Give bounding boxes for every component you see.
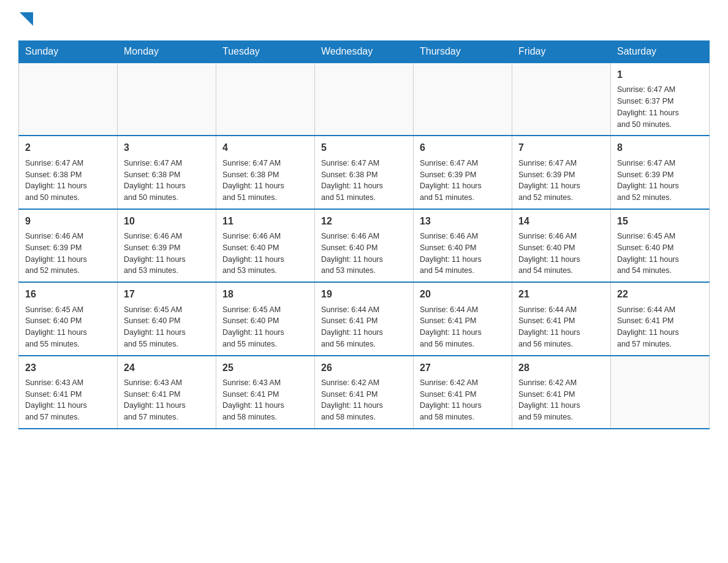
day-number: 28 bbox=[518, 361, 604, 375]
day-info: Sunrise: 6:43 AM Sunset: 6:41 PM Dayligh… bbox=[222, 377, 308, 423]
day-info: Sunrise: 6:43 AM Sunset: 6:41 PM Dayligh… bbox=[124, 377, 210, 423]
day-info: Sunrise: 6:42 AM Sunset: 6:41 PM Dayligh… bbox=[518, 377, 604, 423]
calendar-cell: 16Sunrise: 6:45 AM Sunset: 6:40 PM Dayli… bbox=[19, 282, 118, 355]
day-info: Sunrise: 6:42 AM Sunset: 6:41 PM Dayligh… bbox=[321, 377, 407, 423]
calendar-cell: 9Sunrise: 6:46 AM Sunset: 6:39 PM Daylig… bbox=[19, 209, 118, 282]
calendar-cell: 20Sunrise: 6:44 AM Sunset: 6:41 PM Dayli… bbox=[414, 282, 512, 355]
calendar-cell: 27Sunrise: 6:42 AM Sunset: 6:41 PM Dayli… bbox=[414, 356, 512, 429]
calendar-cell: 7Sunrise: 6:47 AM Sunset: 6:39 PM Daylig… bbox=[512, 136, 611, 209]
calendar-cell: 24Sunrise: 6:43 AM Sunset: 6:41 PM Dayli… bbox=[118, 356, 216, 429]
day-info: Sunrise: 6:45 AM Sunset: 6:40 PM Dayligh… bbox=[617, 231, 703, 277]
logo-triangle-icon bbox=[20, 12, 33, 26]
calendar-cell: 12Sunrise: 6:46 AM Sunset: 6:40 PM Dayli… bbox=[315, 209, 414, 282]
calendar-cell: 4Sunrise: 6:47 AM Sunset: 6:38 PM Daylig… bbox=[216, 136, 315, 209]
calendar-week-2: 2Sunrise: 6:47 AM Sunset: 6:38 PM Daylig… bbox=[19, 136, 710, 209]
calendar-cell bbox=[414, 63, 512, 136]
day-number: 19 bbox=[321, 288, 407, 301]
calendar-cell: 5Sunrise: 6:47 AM Sunset: 6:38 PM Daylig… bbox=[315, 136, 414, 209]
day-number: 3 bbox=[124, 141, 210, 155]
day-number: 20 bbox=[420, 288, 506, 301]
day-number: 4 bbox=[222, 141, 308, 155]
calendar-cell: 11Sunrise: 6:46 AM Sunset: 6:40 PM Dayli… bbox=[216, 209, 315, 282]
day-number: 15 bbox=[617, 215, 703, 228]
day-info: Sunrise: 6:46 AM Sunset: 6:39 PM Dayligh… bbox=[25, 231, 111, 277]
logo bbox=[18, 12, 33, 28]
day-number: 24 bbox=[124, 361, 210, 375]
calendar-cell: 23Sunrise: 6:43 AM Sunset: 6:41 PM Dayli… bbox=[19, 356, 118, 429]
day-number: 26 bbox=[321, 361, 407, 375]
day-number: 12 bbox=[321, 215, 407, 228]
day-info: Sunrise: 6:47 AM Sunset: 6:38 PM Dayligh… bbox=[321, 158, 407, 204]
day-info: Sunrise: 6:44 AM Sunset: 6:41 PM Dayligh… bbox=[617, 304, 703, 350]
day-info: Sunrise: 6:46 AM Sunset: 6:40 PM Dayligh… bbox=[420, 231, 506, 277]
calendar-cell: 22Sunrise: 6:44 AM Sunset: 6:41 PM Dayli… bbox=[611, 282, 710, 355]
calendar-week-1: 1Sunrise: 6:47 AM Sunset: 6:37 PM Daylig… bbox=[19, 63, 710, 136]
calendar-header-row: SundayMondayTuesdayWednesdayThursdayFrid… bbox=[19, 41, 710, 63]
day-info: Sunrise: 6:43 AM Sunset: 6:41 PM Dayligh… bbox=[25, 377, 111, 423]
calendar-cell: 13Sunrise: 6:46 AM Sunset: 6:40 PM Dayli… bbox=[414, 209, 512, 282]
day-number: 9 bbox=[25, 215, 111, 228]
calendar-cell: 21Sunrise: 6:44 AM Sunset: 6:41 PM Dayli… bbox=[512, 282, 611, 355]
day-info: Sunrise: 6:47 AM Sunset: 6:38 PM Dayligh… bbox=[25, 158, 111, 204]
day-info: Sunrise: 6:47 AM Sunset: 6:39 PM Dayligh… bbox=[420, 158, 506, 204]
calendar-cell: 3Sunrise: 6:47 AM Sunset: 6:38 PM Daylig… bbox=[118, 136, 216, 209]
calendar-cell: 19Sunrise: 6:44 AM Sunset: 6:41 PM Dayli… bbox=[315, 282, 414, 355]
calendar-week-5: 23Sunrise: 6:43 AM Sunset: 6:41 PM Dayli… bbox=[19, 356, 710, 429]
day-info: Sunrise: 6:44 AM Sunset: 6:41 PM Dayligh… bbox=[321, 304, 407, 350]
calendar-cell: 28Sunrise: 6:42 AM Sunset: 6:41 PM Dayli… bbox=[512, 356, 611, 429]
calendar-cell bbox=[19, 63, 118, 136]
day-info: Sunrise: 6:44 AM Sunset: 6:41 PM Dayligh… bbox=[518, 304, 604, 350]
day-number: 21 bbox=[518, 288, 604, 301]
day-info: Sunrise: 6:46 AM Sunset: 6:40 PM Dayligh… bbox=[222, 231, 308, 277]
svg-marker-0 bbox=[20, 12, 33, 26]
day-info: Sunrise: 6:47 AM Sunset: 6:37 PM Dayligh… bbox=[617, 84, 703, 130]
weekday-header-friday: Friday bbox=[512, 41, 611, 63]
day-number: 18 bbox=[222, 288, 308, 301]
weekday-header-thursday: Thursday bbox=[414, 41, 512, 63]
weekday-header-saturday: Saturday bbox=[611, 41, 710, 63]
day-number: 23 bbox=[25, 361, 111, 375]
calendar-cell: 1Sunrise: 6:47 AM Sunset: 6:37 PM Daylig… bbox=[611, 63, 710, 136]
day-number: 22 bbox=[617, 288, 703, 301]
day-number: 17 bbox=[124, 288, 210, 301]
day-number: 5 bbox=[321, 141, 407, 155]
calendar-cell bbox=[512, 63, 611, 136]
day-number: 14 bbox=[518, 215, 604, 228]
calendar-cell bbox=[118, 63, 216, 136]
day-info: Sunrise: 6:45 AM Sunset: 6:40 PM Dayligh… bbox=[124, 304, 210, 350]
day-info: Sunrise: 6:46 AM Sunset: 6:39 PM Dayligh… bbox=[124, 231, 210, 277]
day-number: 10 bbox=[124, 215, 210, 228]
calendar-cell: 15Sunrise: 6:45 AM Sunset: 6:40 PM Dayli… bbox=[611, 209, 710, 282]
day-info: Sunrise: 6:47 AM Sunset: 6:39 PM Dayligh… bbox=[518, 158, 604, 204]
calendar-cell: 2Sunrise: 6:47 AM Sunset: 6:38 PM Daylig… bbox=[19, 136, 118, 209]
day-number: 27 bbox=[420, 361, 506, 375]
calendar-cell: 26Sunrise: 6:42 AM Sunset: 6:41 PM Dayli… bbox=[315, 356, 414, 429]
weekday-header-wednesday: Wednesday bbox=[315, 41, 414, 63]
calendar-cell bbox=[216, 63, 315, 136]
day-number: 16 bbox=[25, 288, 111, 301]
day-number: 25 bbox=[222, 361, 308, 375]
day-info: Sunrise: 6:45 AM Sunset: 6:40 PM Dayligh… bbox=[25, 304, 111, 350]
day-info: Sunrise: 6:44 AM Sunset: 6:41 PM Dayligh… bbox=[420, 304, 506, 350]
day-info: Sunrise: 6:46 AM Sunset: 6:40 PM Dayligh… bbox=[518, 231, 604, 277]
day-info: Sunrise: 6:47 AM Sunset: 6:39 PM Dayligh… bbox=[617, 158, 703, 204]
calendar-cell: 14Sunrise: 6:46 AM Sunset: 6:40 PM Dayli… bbox=[512, 209, 611, 282]
day-info: Sunrise: 6:42 AM Sunset: 6:41 PM Dayligh… bbox=[420, 377, 506, 423]
calendar-week-3: 9Sunrise: 6:46 AM Sunset: 6:39 PM Daylig… bbox=[19, 209, 710, 282]
calendar-cell: 10Sunrise: 6:46 AM Sunset: 6:39 PM Dayli… bbox=[118, 209, 216, 282]
day-info: Sunrise: 6:46 AM Sunset: 6:40 PM Dayligh… bbox=[321, 231, 407, 277]
page-header bbox=[18, 12, 710, 28]
day-number: 1 bbox=[617, 68, 703, 82]
calendar-cell: 25Sunrise: 6:43 AM Sunset: 6:41 PM Dayli… bbox=[216, 356, 315, 429]
day-number: 6 bbox=[420, 141, 506, 155]
day-info: Sunrise: 6:47 AM Sunset: 6:38 PM Dayligh… bbox=[222, 158, 308, 204]
day-number: 11 bbox=[222, 215, 308, 228]
calendar-week-4: 16Sunrise: 6:45 AM Sunset: 6:40 PM Dayli… bbox=[19, 282, 710, 355]
day-number: 2 bbox=[25, 141, 111, 155]
weekday-header-sunday: Sunday bbox=[19, 41, 118, 63]
weekday-header-tuesday: Tuesday bbox=[216, 41, 315, 63]
calendar-cell: 18Sunrise: 6:45 AM Sunset: 6:40 PM Dayli… bbox=[216, 282, 315, 355]
weekday-header-monday: Monday bbox=[118, 41, 216, 63]
day-number: 7 bbox=[518, 141, 604, 155]
calendar-cell: 8Sunrise: 6:47 AM Sunset: 6:39 PM Daylig… bbox=[611, 136, 710, 209]
